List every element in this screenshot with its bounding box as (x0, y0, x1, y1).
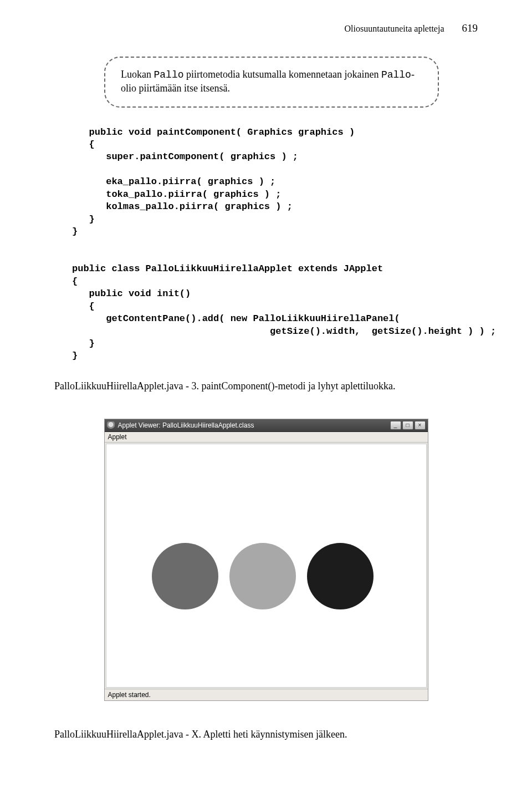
caption-2: PalloLiikkuuHiirellaApplet.java - X. Apl… (54, 729, 478, 740)
menu-applet[interactable]: Applet (108, 433, 127, 441)
caption-1-desc: paintComponent()-metodi ja lyhyt apletti… (199, 380, 395, 392)
running-title: Oliosuuntautuneita apletteja (345, 24, 444, 33)
close-button[interactable]: × (415, 421, 426, 430)
status-bar: Applet started. (105, 689, 428, 700)
window-title: Applet Viewer: PalloLiikkuuHiirellaApple… (118, 421, 390, 429)
page-number: 619 (462, 22, 478, 34)
applet-window: Applet Viewer: PalloLiikkuuHiirellaApple… (104, 419, 428, 701)
menu-bar[interactable]: Applet (105, 432, 428, 443)
caption-1: PalloLiikkuuHiirellaApplet.java - 3. pai… (54, 380, 478, 392)
page-header: Oliosuuntautuneita apletteja 619 (54, 22, 478, 34)
maximize-button[interactable]: □ (402, 421, 413, 430)
ball-2[interactable] (229, 543, 296, 609)
callout-text-2: piirtometodia kutsumalla komennetaan jok… (184, 69, 381, 80)
ball-3[interactable] (307, 543, 374, 609)
caption-2-desc: Apletti heti käynnistymisen jälkeen. (201, 729, 347, 740)
minimize-button[interactable]: _ (390, 421, 401, 430)
callout-code-2: Pallo (381, 69, 411, 80)
applet-canvas[interactable] (106, 444, 427, 688)
java-cup-icon (107, 421, 115, 429)
callout-box: Luokan Pallo piirtometodia kutsumalla ko… (104, 57, 439, 108)
caption-2-filename: PalloLiikkuuHiirellaApplet.java - X. (54, 729, 201, 740)
code-listing: public void paintComponent( Graphics gra… (54, 126, 478, 363)
callout-code-1: Pallo (154, 69, 183, 80)
callout-text-1: Luokan (121, 69, 154, 80)
caption-1-filename: PalloLiikkuuHiirellaApplet.java - 3. (54, 380, 199, 392)
window-titlebar[interactable]: Applet Viewer: PalloLiikkuuHiirellaApple… (105, 419, 428, 432)
ball-1[interactable] (152, 543, 218, 609)
